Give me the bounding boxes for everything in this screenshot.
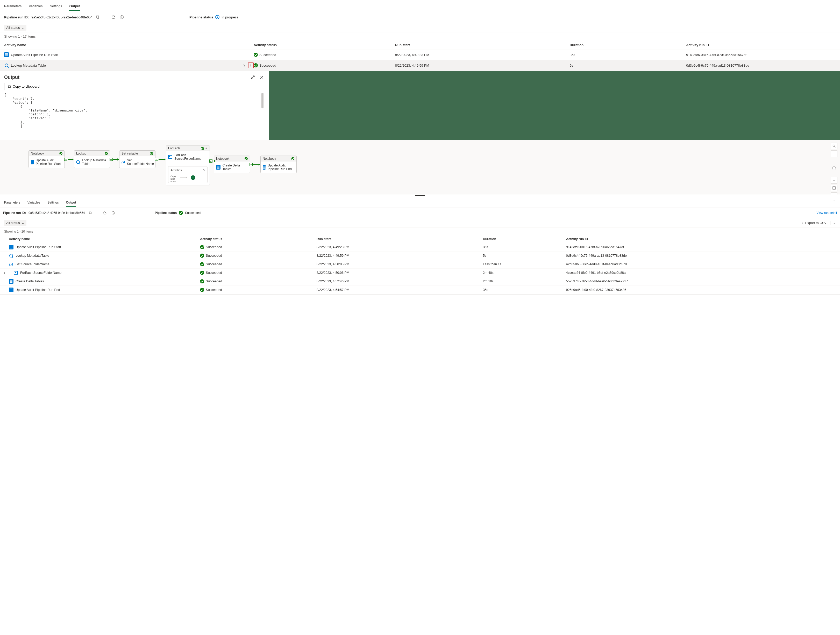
col-duration: Duration — [483, 237, 566, 241]
bottom-tabs: ParametersVariablesSettingsOutput — [0, 196, 840, 207]
col-activity-name: Activity name — [4, 43, 254, 47]
canvas-node[interactable]: NotebookCreate Delta Tables — [214, 155, 250, 173]
run-id-value: 9a5e53f0-c2c2-4055-9a2e-feebc48fe654 — [32, 15, 93, 19]
tab-variables[interactable]: Variables — [27, 199, 40, 207]
fit-icon[interactable] — [831, 185, 837, 192]
tab-settings[interactable]: Settings — [47, 199, 58, 207]
pipeline-canvas[interactable]: + − NotebookUpdate Audit Pipeline Run St… — [0, 140, 840, 195]
connector-arrow — [159, 159, 165, 160]
table-row[interactable]: Update Audit Pipeline Run EndSucceeded8/… — [0, 286, 840, 294]
output-icon[interactable] — [248, 62, 254, 68]
close-icon[interactable] — [259, 74, 265, 80]
table-row[interactable]: Lookup Metadata TableSucceeded8/22/2023,… — [0, 60, 840, 71]
zoom-out-button[interactable]: − — [831, 177, 837, 184]
canvas-node[interactable]: LookupLookup Metadata Table — [74, 150, 110, 168]
success-icon — [200, 271, 204, 275]
col-activity-status: Activity status — [254, 43, 395, 47]
search-canvas-icon[interactable] — [831, 143, 837, 149]
info-icon[interactable] — [119, 14, 125, 20]
zoom-in-button[interactable]: + — [831, 150, 837, 157]
setvar-icon: (𝑥) — [9, 262, 13, 266]
duration: 36s — [483, 245, 566, 249]
status-text: Succeeded — [206, 280, 222, 283]
canvas-node[interactable]: NotebookUpdate Audit Pipeline Run Start — [28, 150, 65, 168]
success-icon — [200, 288, 204, 292]
tab-output[interactable]: Output — [66, 199, 76, 207]
connector-arrow — [113, 159, 118, 160]
node-type: Set variable — [122, 152, 138, 155]
tab-parameters[interactable]: Parameters — [4, 2, 22, 11]
node-type: Notebook — [216, 157, 229, 160]
duration: 35s — [483, 288, 566, 292]
tab-parameters[interactable]: Parameters — [4, 199, 20, 207]
node-label: Set SourceFolderName — [127, 158, 154, 166]
tab-settings[interactable]: Settings — [50, 2, 62, 11]
status-text: Succeeded — [259, 53, 276, 57]
success-icon — [201, 147, 204, 150]
add-activity-icon[interactable]: + — [191, 175, 195, 180]
success-icon — [200, 253, 204, 258]
connector-check-icon — [155, 158, 158, 161]
info-icon[interactable] — [111, 210, 116, 216]
notebook-icon — [9, 288, 13, 292]
run-start: 8/22/2023, 4:49:23 PM — [317, 245, 483, 249]
tab-variables[interactable]: Variables — [29, 2, 43, 11]
table-row[interactable]: Update Audit Pipeline Run StartSucceeded… — [0, 50, 840, 60]
export-csv-button[interactable]: Export to CSV — [801, 221, 827, 225]
canvas-node[interactable]: ForEach⤢ForEach SourceFolderNameActiviti… — [166, 145, 210, 185]
status-filter[interactable]: All status⌄ — [4, 25, 27, 31]
refresh-icon[interactable] — [111, 14, 116, 20]
canvas-node[interactable]: NotebookUpdate Audit Pipeline Run End — [261, 155, 297, 173]
showing-text: Showing 1 - 20 items — [0, 228, 840, 236]
status-label: Pipeline status — [155, 211, 177, 215]
run-id-label: Pipeline run ID: — [4, 15, 29, 19]
run-id-label: Pipeline run ID: — [3, 211, 26, 215]
node-label: Update Audit Pipeline Run Start — [36, 158, 62, 166]
success-icon — [245, 157, 248, 160]
output-left: Output Copy to clipboard { "count": 7, "… — [0, 71, 269, 140]
success-icon — [105, 152, 108, 155]
table-row[interactable]: Lookup Metadata TableSucceeded8/22/2023,… — [0, 252, 840, 260]
refresh-icon[interactable] — [102, 210, 108, 216]
view-run-detail-link[interactable]: View run detail — [817, 211, 837, 215]
layout-icon[interactable] — [831, 192, 837, 195]
node-label: Lookup Metadata Table — [82, 158, 108, 166]
run-id: 0d3e9c4f-9c75-449a-ad13-0810778e83de — [686, 63, 836, 67]
drag-handle[interactable] — [0, 195, 840, 196]
table-row[interactable]: ›ForEach SourceFolderNameSucceeded8/22/2… — [0, 269, 840, 277]
collapse-icon[interactable]: ⌃ — [833, 199, 836, 203]
chevron-down-icon: ⌄ — [22, 221, 24, 225]
copy-to-clipboard-button[interactable]: Copy to clipboard — [4, 83, 43, 90]
tab-output[interactable]: Output — [69, 2, 81, 11]
input-icon[interactable] — [241, 62, 247, 68]
col-run-id: Activity run ID — [686, 43, 836, 47]
edit-icon[interactable]: ✎ — [203, 169, 205, 172]
foreach-icon — [168, 155, 172, 159]
showing-text: Showing 1 - 17 items — [0, 32, 840, 40]
copy-icon[interactable] — [95, 14, 101, 20]
output-json[interactable]: { "count": 7, "value": [ { "fileName": "… — [4, 93, 265, 137]
table-row[interactable]: Create Delta TablesSucceeded8/22/2023, 4… — [0, 277, 840, 286]
expand-chevron-icon[interactable]: › — [4, 271, 5, 275]
copy-icon[interactable] — [88, 210, 93, 216]
expand-icon[interactable] — [250, 74, 256, 80]
expand-node-icon[interactable]: ⤢ — [205, 147, 208, 150]
run-start: 8/22/2023, 4:50:05 PM — [317, 263, 483, 266]
table-row[interactable]: (𝑥)Set SourceFolderNameSucceeded8/22/202… — [0, 260, 840, 269]
foreach-icon — [13, 271, 18, 275]
success-icon — [59, 152, 62, 155]
pipeline-status: Pipeline status Succeeded — [155, 211, 201, 215]
canvas-node[interactable]: Set variable(𝑥)Set SourceFolderName — [119, 150, 155, 168]
col-run-start: Run start — [395, 43, 570, 47]
setvar-icon: (𝑥) — [122, 160, 125, 165]
status-text: Succeeded — [206, 271, 222, 275]
svg-rect-4 — [122, 17, 122, 18]
col-run-start: Run start — [317, 237, 483, 241]
table-row[interactable]: Update Audit Pipeline Run StartSucceeded… — [0, 243, 840, 252]
status-filter[interactable]: All status⌄ — [4, 220, 27, 226]
success-icon — [200, 262, 204, 266]
export-dropdown-icon[interactable]: ⌄ — [830, 221, 836, 225]
copy-activity-icon[interactable]: Copy Blob to LH — [171, 174, 177, 181]
zoom-slider[interactable] — [834, 159, 834, 175]
notebook-icon — [4, 52, 9, 57]
